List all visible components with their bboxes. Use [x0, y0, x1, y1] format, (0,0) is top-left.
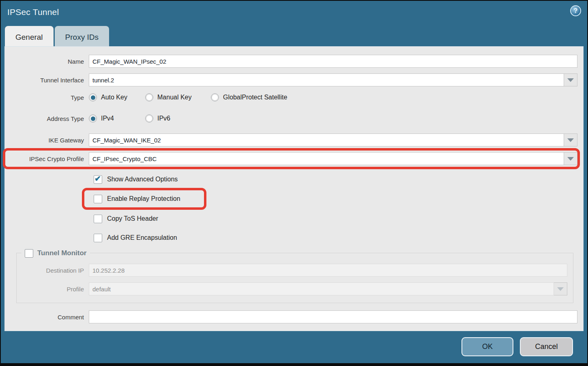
type-row: Type Auto Key Manual Key GlobalProtect S…: [5, 92, 577, 103]
radio-selected-icon[interactable]: [89, 93, 97, 101]
add-gre-encapsulation-row: Add GRE Encapsulation: [94, 233, 583, 243]
ike-gateway-dropdown-button[interactable]: [564, 133, 577, 146]
comment-label: Comment: [5, 314, 89, 321]
destination-ip-label: Destination IP: [17, 267, 89, 274]
add-gre-encapsulation-checkbox[interactable]: [94, 234, 102, 242]
radio-unselected-icon[interactable]: [145, 114, 153, 123]
tab-general[interactable]: General: [5, 26, 54, 46]
name-label: Name: [5, 58, 89, 65]
tunnel-interface-input[interactable]: tunnel.2: [89, 73, 564, 86]
checkbox-label: Copy ToS Header: [107, 215, 158, 222]
tunnel-interface-dropdown-button[interactable]: [564, 73, 577, 86]
tunnel-interface-row: Tunnel Interface tunnel.2: [5, 73, 577, 86]
profile-input: default: [89, 282, 554, 295]
ike-gateway-input[interactable]: CF_Magic_WAN_IKE_02: [89, 133, 564, 146]
chevron-down-icon: [567, 78, 574, 82]
enable-replay-protection-checkbox[interactable]: [94, 195, 102, 203]
comment-row: Comment: [5, 310, 577, 323]
radio-option-label: Auto Key: [101, 94, 127, 101]
name-row: Name CF_Magic_WAN_IPsec_02: [5, 55, 577, 68]
radio-unselected-icon[interactable]: [145, 93, 153, 101]
radio-unselected-icon[interactable]: [211, 93, 219, 101]
chevron-down-icon: [567, 157, 574, 161]
address-type-row: Address Type IPv4 IPv6: [5, 113, 577, 124]
type-option-manual-key[interactable]: Manual Key: [145, 93, 211, 101]
radio-option-label: Manual Key: [157, 94, 192, 101]
ipsec-crypto-profile-row: IPSec Crypto Profile CF_IPsec_Crypto_CBC: [5, 152, 577, 165]
ipsec-crypto-profile-dropdown-button[interactable]: [564, 152, 577, 165]
dialog-button-bar: OK Cancel: [1, 330, 587, 363]
show-advanced-options-row: Show Advanced Options: [94, 174, 583, 185]
ipsec-tunnel-dialog: IPSec Tunnel ? General Proxy IDs Name CF…: [1, 1, 587, 363]
checkbox-label: Enable Replay Protection: [107, 195, 180, 202]
tunnel-interface-label: Tunnel Interface: [5, 77, 89, 84]
destination-ip-input: 10.252.2.28: [89, 264, 567, 277]
tab-proxy-ids[interactable]: Proxy IDs: [55, 26, 109, 46]
radio-option-label: IPv4: [101, 115, 114, 122]
checkbox-label: Show Advanced Options: [107, 176, 178, 183]
ipsec-crypto-profile-input[interactable]: CF_IPsec_Crypto_CBC: [89, 152, 564, 165]
general-tab-panel: Name CF_Magic_WAN_IPsec_02 Tunnel Interf…: [4, 46, 584, 331]
address-type-option-ipv6[interactable]: IPv6: [145, 114, 170, 123]
radio-selected-icon[interactable]: [89, 114, 97, 123]
chevron-down-icon: [557, 287, 564, 291]
destination-ip-row: Destination IP 10.252.2.28: [17, 264, 567, 277]
profile-dropdown-button: [554, 282, 567, 295]
tunnel-monitor-group: Tunnel Monitor Destination IP 10.252.2.2…: [16, 253, 573, 303]
address-type-option-ipv4[interactable]: IPv4: [89, 114, 145, 123]
tab-bar: General Proxy IDs: [5, 26, 587, 46]
cancel-button[interactable]: Cancel: [520, 337, 573, 356]
ike-gateway-row: IKE Gateway CF_Magic_WAN_IKE_02: [5, 133, 577, 146]
show-advanced-options-checkbox[interactable]: [94, 175, 102, 184]
help-icon[interactable]: ?: [570, 5, 581, 16]
tunnel-monitor-legend: Tunnel Monitor: [21, 248, 90, 258]
type-label: Type: [5, 94, 89, 101]
ok-button[interactable]: OK: [461, 337, 513, 356]
dialog-title: IPSec Tunnel: [7, 7, 59, 17]
chevron-down-icon: [567, 138, 574, 142]
comment-input[interactable]: [89, 310, 577, 323]
profile-row: Profile default: [17, 282, 567, 295]
address-type-label: Address Type: [5, 115, 89, 122]
type-option-globalprotect-satellite[interactable]: GlobalProtect Satellite: [211, 93, 287, 101]
ike-gateway-label: IKE Gateway: [5, 137, 89, 144]
name-input[interactable]: CF_Magic_WAN_IPsec_02: [89, 55, 577, 68]
dialog-titlebar: IPSec Tunnel ?: [1, 1, 587, 26]
radio-option-label: GlobalProtect Satellite: [223, 94, 287, 101]
radio-option-label: IPv6: [157, 115, 170, 122]
ipsec-crypto-profile-label: IPSec Crypto Profile: [5, 155, 89, 162]
checkbox-label: Add GRE Encapsulation: [107, 234, 177, 241]
copy-tos-header-checkbox[interactable]: [94, 215, 102, 223]
profile-label: Profile: [17, 286, 89, 293]
tunnel-monitor-label: Tunnel Monitor: [37, 249, 87, 257]
copy-tos-header-row: Copy ToS Header: [94, 213, 583, 224]
type-option-auto-key[interactable]: Auto Key: [89, 93, 145, 101]
enable-replay-protection-row: Enable Replay Protection: [94, 194, 583, 204]
tunnel-monitor-checkbox[interactable]: [25, 249, 33, 258]
